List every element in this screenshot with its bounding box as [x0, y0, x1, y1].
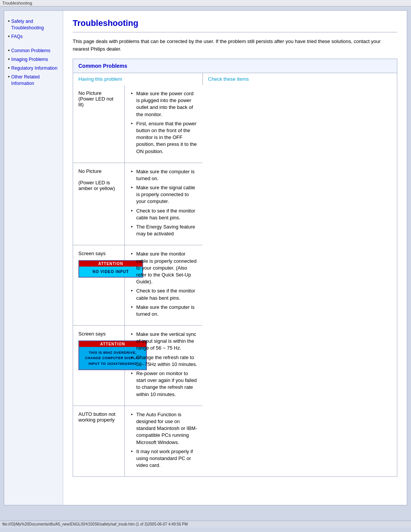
check-cell-5: The Auto Function is designed for use on…	[125, 406, 202, 477]
list-item: The Auto Function is designed for use on…	[130, 411, 197, 446]
col-header-row: Having this problem Check these items	[73, 73, 397, 85]
list-item: Check to see if the monitor cable has be…	[130, 288, 197, 301]
statusbar-text: file:///D|/My%20Documents/dfu/A5_new/ENG…	[2, 522, 188, 526]
sidebar-link-common[interactable]: Common Problems	[11, 48, 51, 54]
sidebar-item-other[interactable]: Other Related Information	[8, 74, 59, 88]
table-row: No Picture(Power LED not lit) Make sure …	[73, 85, 202, 163]
section-header-row: Common Problems	[73, 59, 397, 73]
page-wrapper: Safety and Troubleshooting FAQs Common P…	[0, 6, 411, 521]
titlebar-text: Troubleshooting	[2, 1, 32, 5]
sidebar-item-safety[interactable]: Safety and Troubleshooting	[8, 18, 59, 32]
problems-table: Common Problems Having this problem Chec…	[73, 59, 397, 477]
problem-cell-1: No Picture(Power LED not lit)	[73, 85, 125, 163]
list-item: Make sure the signal cable is properly c…	[130, 184, 197, 205]
intro-text: This page deals with problems that can b…	[73, 38, 397, 53]
list-item: Make sure the monitor cable is properly …	[130, 251, 197, 285]
list-item: It may not work properly if using nonsta…	[130, 448, 197, 469]
main-content: Troubleshooting This page deals with pro…	[63, 11, 407, 505]
page-title: Troubleshooting	[73, 18, 397, 28]
sidebar-item-common[interactable]: Common Problems	[8, 48, 59, 55]
check-cell-4: Make sure the vertical sync of input sig…	[125, 326, 202, 406]
list-item: The Energy Saving feature may be activat…	[130, 224, 197, 237]
problem-cell-4: Screen says ATTENTION THIS IS 85HZ OVERD…	[73, 326, 125, 406]
window-titlebar: Troubleshooting	[0, 0, 411, 6]
sidebar-item-regulatory[interactable]: Regulatory Information	[8, 65, 59, 72]
check-cell-3: Make sure the monitor cable is properly …	[125, 245, 202, 325]
section-header-text: Common Problems	[78, 63, 127, 69]
sidebar-item-faqs[interactable]: FAQs	[8, 34, 59, 41]
list-item: Make sure the power cord is plugged into…	[130, 90, 197, 118]
problem-cell-2: No Picture(Power LED is amber or yellow)	[73, 163, 125, 245]
check-cell-1: Make sure the power cord is plugged into…	[125, 85, 202, 163]
problem-cell-3: Screen says ATTENTION NO VIDEO INPUT	[73, 245, 125, 325]
table-row: Screen says ATTENTION NO VIDEO INPUT Mak…	[73, 245, 202, 326]
list-item: First, ensure that the power button on t…	[130, 120, 197, 155]
section-header-cell: Common Problems	[73, 59, 397, 73]
page-content: Safety and Troubleshooting FAQs Common P…	[4, 10, 407, 505]
problem-cell-5: AUTO button not working properly	[73, 406, 125, 477]
list-item: Change the refresh rate to 56~75Hz withi…	[130, 354, 197, 368]
auto-button-label: AUTO button not working properly	[78, 411, 115, 423]
table-row: No Picture(Power LED is amber or yellow)…	[73, 163, 202, 246]
screen-says-label-2: Screen says	[78, 331, 106, 337]
col-header-check: Check these items	[202, 73, 397, 85]
screen-says-label-1: Screen says	[78, 251, 106, 256]
list-item: Make sure the computer is turned on.	[130, 304, 197, 318]
list-item: Make sure the computer is turned on.	[130, 168, 197, 182]
sidebar-link-other[interactable]: Other Related Information	[11, 74, 59, 87]
col-header-problem: Having this problem	[73, 73, 203, 85]
table-row: Screen says ATTENTION THIS IS 85HZ OVERD…	[73, 326, 202, 406]
sidebar-link-regulatory[interactable]: Regulatory Information	[11, 65, 57, 72]
sidebar-link-safety[interactable]: Safety and Troubleshooting	[11, 18, 59, 31]
sidebar: Safety and Troubleshooting FAQs Common P…	[4, 11, 63, 505]
divider	[73, 32, 397, 32]
table-row: AUTO button not working properly The Aut…	[73, 406, 202, 477]
check-cell-2: Make sure the computer is turned on. Mak…	[125, 163, 202, 245]
list-item: Check to see if the monitor cable has be…	[130, 208, 197, 221]
sidebar-link-faqs[interactable]: FAQs	[11, 34, 23, 40]
sidebar-item-imaging[interactable]: Imaging Problems	[8, 56, 59, 64]
sidebar-link-imaging[interactable]: Imaging Problems	[11, 56, 48, 63]
statusbar: file:///D|/My%20Documents/dfu/A5_new/ENG…	[0, 521, 411, 527]
list-item: Re-power on monitor to start over again …	[130, 370, 197, 398]
list-item: Make sure the vertical sync of input sig…	[130, 331, 197, 352]
